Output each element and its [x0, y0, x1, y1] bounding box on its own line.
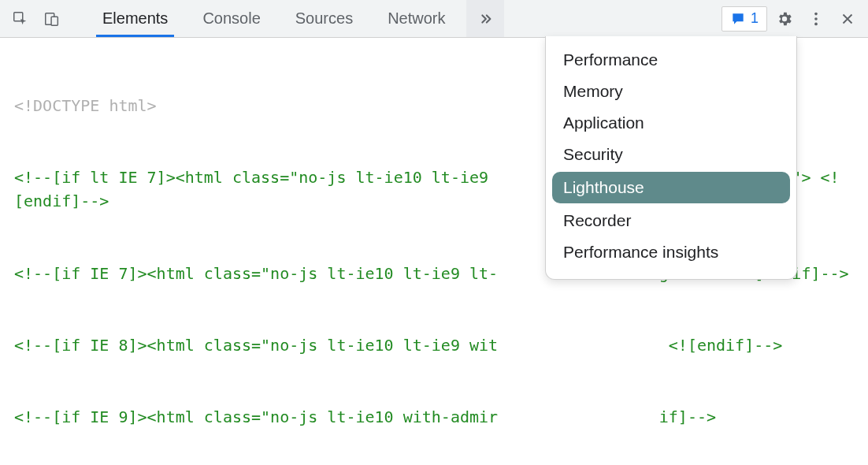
panel-tabs: Elements Console Sources Network	[85, 0, 463, 37]
svg-rect-2	[51, 17, 57, 25]
inspect-icon[interactable]	[6, 5, 35, 33]
menu-application[interactable]: Application	[546, 107, 796, 139]
tab-elements[interactable]: Elements	[85, 0, 185, 37]
menu-memory[interactable]: Memory	[546, 76, 796, 107]
menu-performance[interactable]: Performance	[546, 44, 796, 76]
issues-button[interactable]: 1	[721, 6, 767, 32]
devtools-toolbar: Elements Console Sources Network 1	[0, 0, 868, 38]
more-panels-dropdown: Performance Memory Application Security …	[545, 36, 797, 280]
svg-point-3	[814, 12, 818, 15]
ie9-comment: <!--[if IE 9]><html class="no-js lt-ie10…	[14, 405, 854, 429]
settings-icon[interactable]	[770, 5, 799, 33]
svg-point-5	[814, 22, 818, 25]
menu-performance-insights[interactable]: Performance insights	[546, 236, 796, 268]
svg-point-4	[814, 17, 818, 20]
menu-recorder[interactable]: Recorder	[546, 205, 796, 236]
ie8-comment: <!--[if IE 8]><html class="no-js lt-ie10…	[14, 333, 854, 357]
menu-lighthouse[interactable]: Lighthouse	[552, 172, 790, 203]
more-tabs-button[interactable]	[466, 0, 504, 37]
kebab-menu-icon[interactable]	[802, 5, 830, 33]
device-toggle-icon[interactable]	[38, 5, 66, 33]
tab-sources[interactable]: Sources	[278, 0, 370, 37]
tab-network[interactable]: Network	[370, 0, 462, 37]
issues-count: 1	[751, 10, 759, 27]
menu-security[interactable]: Security	[546, 139, 796, 170]
tab-console[interactable]: Console	[185, 0, 277, 37]
close-icon[interactable]	[833, 5, 862, 33]
